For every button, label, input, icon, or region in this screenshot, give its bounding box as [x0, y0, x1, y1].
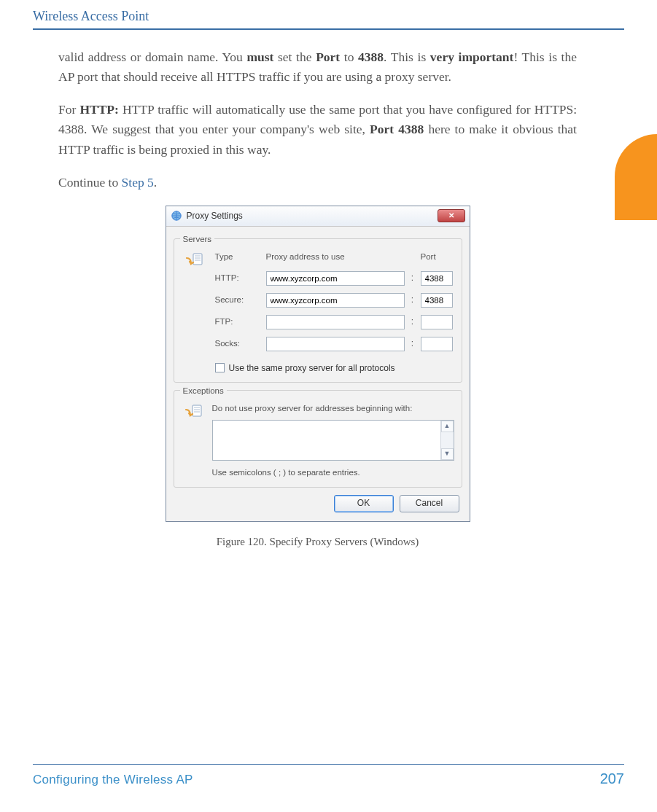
proxy-settings-dialog: Proxy Settings ✕ Servers: [166, 206, 470, 522]
row-label-socks: Socks:: [215, 337, 262, 351]
colon: :: [409, 293, 416, 307]
http-address-input[interactable]: [266, 271, 405, 286]
footer-rule: [33, 764, 624, 765]
ftp-port-input[interactable]: [421, 315, 453, 329]
exceptions-textarea[interactable]: [213, 421, 440, 460]
socks-port-input[interactable]: [421, 337, 453, 351]
paragraph-3: Continue to Step 5.: [58, 173, 577, 192]
exceptions-hint: Use semicolons ( ; ) to separate entries…: [212, 466, 454, 480]
servers-icon: [182, 251, 206, 276]
exceptions-legend: Exceptions: [180, 385, 227, 398]
cancel-button[interactable]: Cancel: [400, 495, 459, 512]
socks-address-input[interactable]: [266, 337, 405, 351]
paragraph-2: For HTTP: HTTP traffic will automaticall…: [58, 100, 577, 159]
colon: :: [409, 271, 416, 285]
close-icon: ✕: [448, 210, 454, 222]
footer-section-title: Configuring the Wireless AP: [33, 773, 193, 787]
scroll-up-icon[interactable]: ▲: [441, 421, 454, 432]
servers-legend: Servers: [180, 233, 215, 246]
exceptions-icon: [182, 402, 206, 480]
close-button[interactable]: ✕: [438, 209, 465, 222]
exceptions-textarea-wrap: ▲ ▼: [212, 420, 454, 461]
figure: Proxy Settings ✕ Servers: [58, 206, 577, 550]
dialog-body: Servers Type Proxy address to use: [166, 227, 470, 521]
ok-button[interactable]: OK: [334, 495, 394, 512]
same-proxy-checkbox[interactable]: [215, 363, 225, 372]
paragraph-1: valid address or domain name. You must s…: [58, 47, 577, 87]
header-port: Port: [421, 251, 454, 264]
header-title: Wireless Access Point: [33, 9, 149, 23]
page-header: Wireless Access Point: [0, 0, 657, 28]
page-number: 207: [600, 770, 624, 787]
header-address: Proxy address to use: [266, 251, 405, 264]
scroll-down-icon[interactable]: ▼: [441, 448, 454, 460]
svg-rect-5: [193, 405, 201, 416]
secure-port-input[interactable]: [421, 293, 453, 308]
exceptions-fieldset: Exceptions Do not use proxy server for a…: [174, 390, 462, 488]
same-proxy-row: Use the same proxy server for all protoc…: [215, 362, 454, 375]
globe-icon: [171, 210, 182, 222]
step-5-link[interactable]: Step 5: [122, 175, 154, 190]
header-type: Type: [215, 251, 262, 264]
http-port-input[interactable]: [421, 271, 453, 286]
row-label-http: HTTP:: [215, 272, 262, 285]
page-content: valid address or domain name. You must s…: [0, 30, 657, 550]
figure-caption: Figure 120. Specify Proxy Servers (Windo…: [58, 534, 577, 550]
secure-address-input[interactable]: [266, 293, 405, 308]
colon: :: [409, 315, 416, 329]
dialog-titlebar: Proxy Settings ✕: [166, 206, 470, 227]
ftp-address-input[interactable]: [266, 315, 405, 329]
same-proxy-label: Use the same proxy server for all protoc…: [229, 362, 395, 375]
exceptions-label: Do not use proxy server for addresses be…: [212, 402, 454, 415]
exceptions-scrollbar[interactable]: ▲ ▼: [440, 421, 454, 460]
page-footer: Configuring the Wireless AP 207: [0, 764, 657, 788]
dialog-button-row: OK Cancel: [174, 488, 462, 514]
svg-rect-1: [193, 254, 202, 265]
dialog-title: Proxy Settings: [187, 209, 243, 223]
row-label-secure: Secure:: [215, 294, 262, 307]
colon: :: [409, 337, 416, 351]
row-label-ftp: FTP:: [215, 316, 262, 329]
servers-fieldset: Servers Type Proxy address to use: [174, 238, 462, 383]
